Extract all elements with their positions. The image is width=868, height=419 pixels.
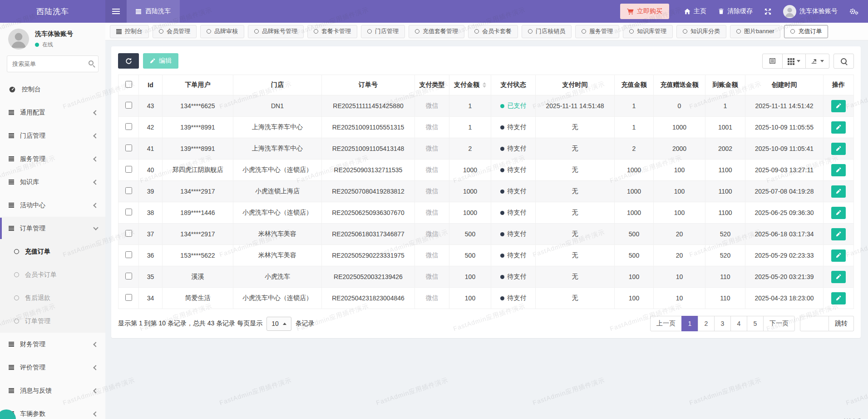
chevron-left-icon <box>93 203 98 208</box>
home-link[interactable]: 主页 <box>678 0 712 23</box>
settings-button[interactable] <box>843 0 864 23</box>
fullscreen-button[interactable] <box>759 0 777 23</box>
refresh-icon <box>125 58 132 65</box>
sidebar-item-门店管理[interactable]: 门店管理 <box>0 124 105 147</box>
tab-充值套餐管理[interactable]: 充值套餐管理 <box>409 25 464 38</box>
sidebar-item-活动中心[interactable]: 活动中心 <box>0 194 105 217</box>
tab-知识库管理[interactable]: 知识库管理 <box>623 25 673 38</box>
sidebar-item-消息与反馈[interactable]: 消息与反馈 <box>0 379 105 402</box>
sidebar-username: 洗车体验账号 <box>35 30 73 38</box>
column-header-pay_amount[interactable]: 支付金额 <box>449 75 491 95</box>
prev-page-button[interactable]: 上一页 <box>650 316 682 331</box>
row-checkbox[interactable] <box>125 251 132 258</box>
edit-row-button[interactable] <box>831 100 846 112</box>
row-checkbox[interactable] <box>125 230 132 237</box>
page-button-4[interactable]: 4 <box>730 316 747 331</box>
tab-服务管理[interactable]: 服务管理 <box>575 25 619 38</box>
tab-门店管理[interactable]: 门店管理 <box>361 25 405 38</box>
edit-row-button[interactable] <box>831 292 846 304</box>
column-header-user: 下单用户 <box>163 75 233 95</box>
edit-row-button[interactable] <box>831 249 846 262</box>
sidebar-item-订单管理[interactable]: 订单管理 <box>0 309 105 333</box>
status-dot-icon <box>500 275 504 279</box>
edit-row-button[interactable] <box>831 185 846 198</box>
tab-品牌账号管理[interactable]: 品牌账号管理 <box>248 25 304 38</box>
navbar-window-tab[interactable]: 西陆洗车 <box>127 0 180 23</box>
cell-pay_amount: 1000 <box>449 181 491 202</box>
sidebar-item-充值订单[interactable]: 充值订单 <box>0 240 105 263</box>
tab-知识库分类[interactable]: 知识库分类 <box>676 25 726 38</box>
edit-row-button[interactable] <box>831 228 846 240</box>
tab-图片banner[interactable]: 图片banner <box>730 25 780 38</box>
column-header-id: Id <box>139 75 163 95</box>
list-icon <box>9 226 14 231</box>
cell-actions <box>824 181 854 202</box>
edit-row-button[interactable] <box>831 207 846 219</box>
select-all-checkbox[interactable] <box>125 81 132 88</box>
row-checkbox[interactable] <box>125 273 132 279</box>
cell-pay_time: 无 <box>536 202 615 224</box>
online-dot-icon <box>35 43 39 47</box>
edit-row-button[interactable] <box>831 143 846 155</box>
refresh-button[interactable] <box>118 53 139 69</box>
edit-row-button[interactable] <box>831 271 846 283</box>
page-button-3[interactable]: 3 <box>714 316 731 331</box>
detail-view-button[interactable] <box>762 54 783 69</box>
cell-store: 小虎洗车中心（连锁店） <box>233 160 322 181</box>
tab-品牌审核[interactable]: 品牌审核 <box>200 25 244 38</box>
page-button-1[interactable]: 1 <box>681 316 698 331</box>
cell-check <box>118 266 139 288</box>
sidebar-item-车辆参数[interactable]: 车辆参数 <box>0 402 105 419</box>
page-button-5[interactable]: 5 <box>747 316 764 331</box>
tab-充值订单[interactable]: 充值订单 <box>784 25 828 38</box>
sidebar-item-评价管理[interactable]: 评价管理 <box>0 356 105 379</box>
row-checkbox[interactable] <box>125 123 132 130</box>
row-checkbox[interactable] <box>125 145 132 151</box>
edit-row-button[interactable] <box>831 164 846 176</box>
sidebar-item-通用配置[interactable]: 通用配置 <box>0 101 105 124</box>
table-view-icon <box>769 58 776 64</box>
brand-logo[interactable]: 西陆洗车 <box>0 0 105 23</box>
menu-search-input[interactable] <box>7 55 99 72</box>
status-label: 待支付 <box>508 230 527 238</box>
tab-会员卡套餐[interactable]: 会员卡套餐 <box>468 25 518 38</box>
sidebar-item-label: 车辆参数 <box>20 410 88 418</box>
page-button-2[interactable]: 2 <box>698 316 715 331</box>
jump-button[interactable]: 跳转 <box>829 316 854 331</box>
tab-控制台[interactable]: 控制台 <box>110 25 149 38</box>
cell-created: 2025-10-09 11:05:41 <box>745 138 824 160</box>
cell-pay_time: 无 <box>536 224 615 245</box>
clear-cache-link[interactable]: 清除缓存 <box>712 0 759 23</box>
row-checkbox[interactable] <box>125 102 132 109</box>
sidebar-item-售后退款[interactable]: 售后退款 <box>0 286 105 309</box>
row-checkbox[interactable] <box>125 294 132 301</box>
row-checkbox[interactable] <box>125 209 132 215</box>
cell-order_no: RE202510091105551315 <box>322 117 415 138</box>
sidebar-item-服务管理[interactable]: 服务管理 <box>0 147 105 170</box>
user-avatar-large[interactable] <box>8 29 29 50</box>
edit-row-button[interactable] <box>831 121 846 134</box>
cell-id: 35 <box>139 266 163 288</box>
row-checkbox[interactable] <box>125 187 132 194</box>
sidebar-item-控制台[interactable]: 控制台 <box>0 78 105 101</box>
edit-button[interactable]: 编辑 <box>143 53 178 69</box>
column-header-check <box>118 75 139 95</box>
export-dropdown-button[interactable] <box>805 54 829 69</box>
tab-门店核销员[interactable]: 门店核销员 <box>522 25 572 38</box>
cell-pay_time: 2025-11-11 14:51:48 <box>536 95 615 117</box>
user-menu[interactable]: 洗车体验账号 <box>777 0 843 23</box>
sidebar-item-订单管理[interactable]: 订单管理 <box>0 217 105 240</box>
row-checkbox[interactable] <box>125 166 132 173</box>
jump-page-input[interactable] <box>800 316 829 331</box>
sidebar-item-知识库[interactable]: 知识库 <box>0 170 105 194</box>
next-page-button[interactable]: 下一页 <box>763 316 795 331</box>
tab-会员管理[interactable]: 会员管理 <box>153 25 197 38</box>
sidebar-item-会员卡订单[interactable]: 会员卡订单 <box>0 263 105 286</box>
sidebar-item-财务管理[interactable]: 财务管理 <box>0 333 105 356</box>
search-toggle-button[interactable] <box>833 54 854 69</box>
tab-套餐卡管理[interactable]: 套餐卡管理 <box>307 25 357 38</box>
sidebar-toggle-button[interactable] <box>105 0 127 23</box>
buy-now-button[interactable]: 立即购买 <box>620 4 669 19</box>
page-size-select[interactable]: 10 <box>266 317 291 331</box>
columns-dropdown-button[interactable] <box>782 54 806 69</box>
